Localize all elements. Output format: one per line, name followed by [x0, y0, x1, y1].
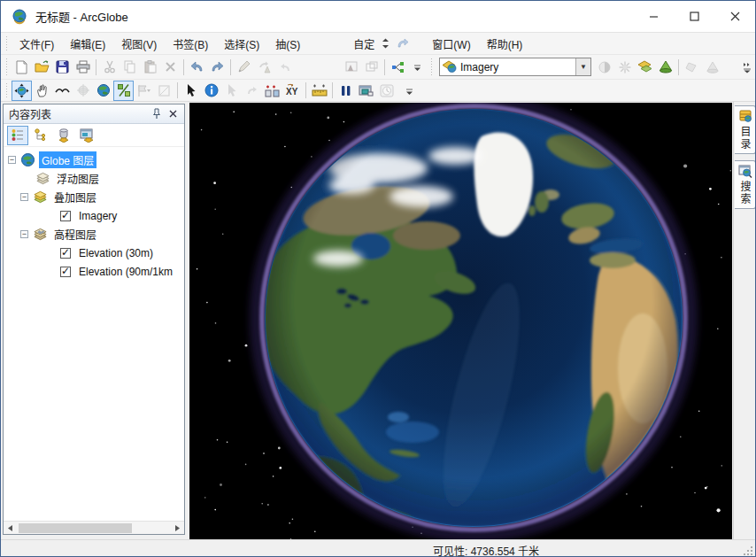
tree-row-floating[interactable]: 浮动图层	[4, 169, 184, 188]
imagery-checkbox[interactable]	[60, 211, 71, 221]
elevation90-checkbox[interactable]	[60, 267, 71, 277]
scroll-right-arrow[interactable]	[171, 522, 184, 535]
fly-tool-button[interactable]	[52, 81, 73, 101]
tree-row-elevation30[interactable]: Elevation (30m)	[4, 244, 184, 262]
copy-button[interactable]	[120, 57, 140, 77]
tree-row-imagery[interactable]: Imagery	[4, 206, 184, 225]
menu-edit[interactable]: 编辑(E)	[62, 34, 113, 54]
menu-bookmarks[interactable]: 书签(B)	[165, 34, 216, 54]
open-button[interactable]	[32, 57, 52, 77]
minimize-button[interactable]	[633, 1, 674, 32]
layer-toolbar-grip[interactable]	[429, 58, 434, 75]
select-graphics-button[interactable]	[134, 81, 154, 101]
list-by-drawing-order-button[interactable]	[7, 126, 28, 145]
resize-grip[interactable]	[743, 545, 753, 556]
tree-row-elevation-group[interactable]: − 高程图层	[4, 225, 184, 244]
layer-combo[interactable]: Imagery ▼	[439, 58, 591, 76]
toolbar-overflow-icon-1[interactable]	[410, 60, 424, 74]
print-icon	[76, 60, 90, 73]
extrude-button-1[interactable]	[682, 57, 702, 77]
expander-elevation[interactable]: −	[20, 230, 28, 238]
tree-label-draped[interactable]: 叠加图层	[51, 189, 99, 205]
expander-draped[interactable]: −	[20, 193, 28, 201]
sketch-tool-button[interactable]	[234, 57, 254, 77]
contrast-button[interactable]	[594, 57, 614, 77]
expander-globe[interactable]: −	[8, 156, 16, 164]
menu-geoprocessing[interactable]: 抽(S)	[267, 34, 308, 54]
schematics-button[interactable]	[388, 57, 408, 77]
tree-label-globe[interactable]: Globe 图层	[39, 151, 96, 168]
toolbar2-grip[interactable]	[4, 83, 9, 98]
select-features-button[interactable]	[181, 81, 201, 101]
animation-controls-button[interactable]	[336, 81, 356, 101]
transparency-button[interactable]	[635, 57, 655, 77]
catalog-tab[interactable]: 目录	[735, 105, 756, 154]
toolbar1-overflow-button[interactable]	[743, 61, 752, 73]
print-button[interactable]	[73, 57, 93, 77]
viewer-manager-button[interactable]	[356, 81, 376, 101]
time-slider-button[interactable]	[376, 81, 397, 101]
goto-xy-button[interactable]: XY	[282, 81, 303, 101]
close-button[interactable]	[714, 1, 755, 32]
scrollbar-thumb[interactable]	[19, 523, 132, 533]
list-by-selection-button[interactable]	[76, 126, 97, 145]
cut-button[interactable]	[99, 57, 120, 77]
full-extent-button[interactable]	[93, 81, 113, 101]
menu-window[interactable]: 窗口(W)	[424, 34, 478, 54]
toc-horizontal-scrollbar[interactable]	[4, 521, 184, 534]
list-by-visibility-button[interactable]	[53, 126, 74, 145]
zoom-percent-button[interactable]	[113, 81, 134, 101]
tree-label-imagery[interactable]: Imagery	[76, 209, 120, 223]
pin-button[interactable]	[149, 106, 165, 122]
undo-sketch-button[interactable]	[274, 57, 295, 77]
brightness-button[interactable]	[614, 57, 635, 77]
tree-label-floating[interactable]: 浮动图层	[54, 170, 102, 187]
redo-curve-icon[interactable]	[396, 36, 410, 50]
tree-label-elevation30[interactable]: Elevation (30m)	[76, 246, 156, 260]
add-target-button[interactable]	[262, 81, 282, 101]
identify-button[interactable]	[201, 81, 221, 101]
redo-sketch-button[interactable]	[254, 57, 274, 77]
menubar-grip[interactable]	[4, 36, 9, 51]
scroll-left-arrow[interactable]	[4, 522, 17, 535]
toolbar1-grip[interactable]	[4, 58, 9, 75]
spinner-icon[interactable]	[378, 36, 392, 50]
tree-row-globe[interactable]: − Globe 图层	[4, 151, 184, 169]
combo-dropdown-button[interactable]: ▼	[575, 58, 590, 75]
menu-selection[interactable]: 选择(S)	[216, 34, 267, 54]
toolbar2-overflow-icon[interactable]	[402, 83, 416, 97]
new-document-button[interactable]	[12, 57, 32, 77]
select-box-button[interactable]	[154, 81, 174, 101]
save-button[interactable]	[52, 57, 73, 77]
extrude-button-2[interactable]	[702, 57, 722, 77]
viewer-window-button[interactable]	[341, 57, 361, 77]
toc-title: 内容列表	[9, 106, 149, 121]
paste-button[interactable]	[140, 57, 160, 77]
tree-label-elevation-group[interactable]: 高程图层	[51, 226, 99, 243]
toc-close-button[interactable]	[165, 106, 181, 122]
redo-button[interactable]	[207, 57, 228, 77]
tree-row-draped[interactable]: − 叠加图层	[4, 188, 184, 206]
maximize-button[interactable]	[674, 1, 714, 32]
undo-button[interactable]	[187, 57, 207, 77]
tree-label-elevation90[interactable]: Elevation (90m/1km	[76, 265, 175, 279]
delete-button[interactable]	[160, 57, 181, 77]
go-back-button[interactable]	[242, 81, 262, 101]
tree-row-elevation90[interactable]: Elevation (90m/1km	[4, 262, 184, 281]
menu-help[interactable]: 帮助(H)	[479, 34, 531, 54]
center-target-button[interactable]	[73, 81, 93, 101]
search-tab[interactable]: 搜索	[735, 160, 756, 209]
menu-file[interactable]: 文件(F)	[12, 34, 62, 54]
measure-button[interactable]	[309, 81, 329, 101]
main-area: 内容列表 − Globe 图层 浮	[1, 102, 756, 539]
base-heights-button[interactable]	[655, 57, 675, 77]
hyperlink-button[interactable]	[221, 81, 242, 101]
menu-customize[interactable]: 自定	[345, 34, 376, 54]
menu-view[interactable]: 视图(V)	[113, 34, 165, 54]
new-viewer-button[interactable]	[361, 57, 382, 77]
pan-tool-button[interactable]	[32, 81, 52, 101]
elevation30-checkbox[interactable]	[60, 248, 71, 259]
list-by-source-button[interactable]	[30, 126, 51, 145]
navigate-tool-button[interactable]	[12, 81, 32, 101]
globe-viewport[interactable]	[189, 103, 732, 539]
